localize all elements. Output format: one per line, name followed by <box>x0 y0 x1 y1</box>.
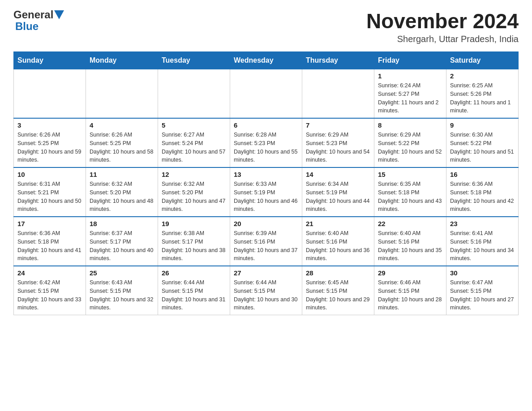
day-number: 3 <box>17 121 82 129</box>
calendar-cell: 19Sunrise: 6:38 AMSunset: 5:17 PMDayligh… <box>158 217 230 266</box>
calendar-cell <box>302 69 374 119</box>
calendar-cell: 30Sunrise: 6:47 AMSunset: 5:15 PMDayligh… <box>446 266 519 315</box>
calendar-cell <box>158 69 230 119</box>
page-title: November 2024 <box>366 9 519 33</box>
calendar-cell: 8Sunrise: 6:29 AMSunset: 5:22 PMDaylight… <box>374 118 446 167</box>
day-number: 30 <box>450 269 515 277</box>
column-header-friday: Friday <box>374 52 446 69</box>
column-header-thursday: Thursday <box>302 52 374 69</box>
calendar-header-row: SundayMondayTuesdayWednesdayThursdayFrid… <box>14 52 519 69</box>
day-number: 8 <box>378 121 442 129</box>
day-number: 11 <box>90 171 154 178</box>
day-info: Sunrise: 6:28 AMSunset: 5:23 PMDaylight:… <box>234 131 298 164</box>
day-number: 19 <box>162 220 226 227</box>
calendar-cell: 10Sunrise: 6:31 AMSunset: 5:21 PMDayligh… <box>14 167 86 217</box>
title-area: November 2024 Shergarh, Uttar Pradesh, I… <box>366 9 519 44</box>
day-info: Sunrise: 6:44 AMSunset: 5:15 PMDaylight:… <box>234 278 298 312</box>
calendar-week-row: 17Sunrise: 6:36 AMSunset: 5:18 PMDayligh… <box>14 217 519 266</box>
calendar-cell: 3Sunrise: 6:26 AMSunset: 5:25 PMDaylight… <box>14 118 86 167</box>
calendar-cell <box>230 69 302 119</box>
day-info: Sunrise: 6:47 AMSunset: 5:15 PMDaylight:… <box>450 278 515 312</box>
page-header: General Blue November 2024 Shergarh, Utt… <box>13 9 519 44</box>
calendar-cell: 12Sunrise: 6:32 AMSunset: 5:20 PMDayligh… <box>158 167 230 217</box>
day-number: 14 <box>306 171 370 178</box>
calendar-cell: 21Sunrise: 6:40 AMSunset: 5:16 PMDayligh… <box>302 217 374 266</box>
day-number: 24 <box>17 269 82 277</box>
day-info: Sunrise: 6:44 AMSunset: 5:15 PMDaylight:… <box>162 278 226 312</box>
day-info: Sunrise: 6:29 AMSunset: 5:22 PMDaylight:… <box>378 131 442 164</box>
day-info: Sunrise: 6:29 AMSunset: 5:23 PMDaylight:… <box>306 131 370 164</box>
day-number: 13 <box>234 171 298 178</box>
calendar-cell: 9Sunrise: 6:30 AMSunset: 5:22 PMDaylight… <box>446 118 519 167</box>
day-info: Sunrise: 6:32 AMSunset: 5:20 PMDaylight:… <box>162 180 226 214</box>
column-header-saturday: Saturday <box>446 52 519 69</box>
logo-general-text: General <box>13 9 53 21</box>
day-info: Sunrise: 6:26 AMSunset: 5:25 PMDaylight:… <box>90 131 154 164</box>
day-number: 1 <box>378 72 442 80</box>
calendar-cell: 7Sunrise: 6:29 AMSunset: 5:23 PMDaylight… <box>302 118 374 167</box>
day-number: 18 <box>90 220 154 227</box>
day-number: 6 <box>234 121 298 129</box>
calendar-cell: 18Sunrise: 6:37 AMSunset: 5:17 PMDayligh… <box>86 217 158 266</box>
day-info: Sunrise: 6:34 AMSunset: 5:19 PMDaylight:… <box>306 180 370 214</box>
day-number: 17 <box>17 220 82 227</box>
day-number: 26 <box>162 269 226 277</box>
day-info: Sunrise: 6:33 AMSunset: 5:19 PMDaylight:… <box>234 180 298 214</box>
calendar-cell: 14Sunrise: 6:34 AMSunset: 5:19 PMDayligh… <box>302 167 374 217</box>
page-subtitle: Shergarh, Uttar Pradesh, India <box>366 34 519 44</box>
calendar-cell: 29Sunrise: 6:46 AMSunset: 5:15 PMDayligh… <box>374 266 446 315</box>
day-info: Sunrise: 6:36 AMSunset: 5:18 PMDaylight:… <box>17 229 82 263</box>
calendar-cell: 4Sunrise: 6:26 AMSunset: 5:25 PMDaylight… <box>86 118 158 167</box>
calendar-cell: 20Sunrise: 6:39 AMSunset: 5:16 PMDayligh… <box>230 217 302 266</box>
day-number: 16 <box>450 171 515 178</box>
day-number: 15 <box>378 171 442 178</box>
day-info: Sunrise: 6:24 AMSunset: 5:27 PMDaylight:… <box>378 81 442 115</box>
day-info: Sunrise: 6:36 AMSunset: 5:18 PMDaylight:… <box>450 180 515 214</box>
day-info: Sunrise: 6:25 AMSunset: 5:26 PMDaylight:… <box>450 81 515 115</box>
day-info: Sunrise: 6:42 AMSunset: 5:15 PMDaylight:… <box>17 278 82 312</box>
day-info: Sunrise: 6:41 AMSunset: 5:16 PMDaylight:… <box>450 229 515 263</box>
calendar-week-row: 3Sunrise: 6:26 AMSunset: 5:25 PMDaylight… <box>14 118 519 167</box>
calendar-table: SundayMondayTuesdayWednesdayThursdayFrid… <box>13 51 519 315</box>
logo-triangle-icon <box>54 10 64 20</box>
column-header-sunday: Sunday <box>14 52 86 69</box>
day-info: Sunrise: 6:46 AMSunset: 5:15 PMDaylight:… <box>378 278 442 312</box>
calendar-cell: 13Sunrise: 6:33 AMSunset: 5:19 PMDayligh… <box>230 167 302 217</box>
calendar-cell: 17Sunrise: 6:36 AMSunset: 5:18 PMDayligh… <box>14 217 86 266</box>
column-header-wednesday: Wednesday <box>230 52 302 69</box>
day-info: Sunrise: 6:26 AMSunset: 5:25 PMDaylight:… <box>17 131 82 164</box>
day-info: Sunrise: 6:45 AMSunset: 5:15 PMDaylight:… <box>306 278 370 312</box>
calendar-cell <box>14 69 86 119</box>
day-info: Sunrise: 6:35 AMSunset: 5:18 PMDaylight:… <box>378 180 442 214</box>
calendar-cell: 27Sunrise: 6:44 AMSunset: 5:15 PMDayligh… <box>230 266 302 315</box>
day-number: 28 <box>306 269 370 277</box>
day-number: 23 <box>450 220 515 227</box>
day-number: 12 <box>162 171 226 178</box>
calendar-cell: 15Sunrise: 6:35 AMSunset: 5:18 PMDayligh… <box>374 167 446 217</box>
calendar-cell: 2Sunrise: 6:25 AMSunset: 5:26 PMDaylight… <box>446 69 519 119</box>
day-info: Sunrise: 6:27 AMSunset: 5:24 PMDaylight:… <box>162 131 226 164</box>
day-number: 22 <box>378 220 442 227</box>
calendar-week-row: 24Sunrise: 6:42 AMSunset: 5:15 PMDayligh… <box>14 266 519 315</box>
calendar-cell: 25Sunrise: 6:43 AMSunset: 5:15 PMDayligh… <box>86 266 158 315</box>
calendar-cell: 22Sunrise: 6:40 AMSunset: 5:16 PMDayligh… <box>374 217 446 266</box>
calendar-cell: 1Sunrise: 6:24 AMSunset: 5:27 PMDaylight… <box>374 69 446 119</box>
calendar-cell: 16Sunrise: 6:36 AMSunset: 5:18 PMDayligh… <box>446 167 519 217</box>
day-number: 2 <box>450 72 515 80</box>
day-info: Sunrise: 6:37 AMSunset: 5:17 PMDaylight:… <box>90 229 154 263</box>
day-info: Sunrise: 6:39 AMSunset: 5:16 PMDaylight:… <box>234 229 298 263</box>
day-info: Sunrise: 6:43 AMSunset: 5:15 PMDaylight:… <box>90 278 154 312</box>
day-number: 10 <box>17 171 82 178</box>
calendar-cell: 24Sunrise: 6:42 AMSunset: 5:15 PMDayligh… <box>14 266 86 315</box>
day-info: Sunrise: 6:31 AMSunset: 5:21 PMDaylight:… <box>17 180 82 214</box>
logo-blue-text: Blue <box>15 20 39 32</box>
day-number: 20 <box>234 220 298 227</box>
day-number: 7 <box>306 121 370 129</box>
day-number: 25 <box>90 269 154 277</box>
day-info: Sunrise: 6:40 AMSunset: 5:16 PMDaylight:… <box>378 229 442 263</box>
day-number: 4 <box>90 121 154 129</box>
column-header-tuesday: Tuesday <box>158 52 230 69</box>
day-number: 9 <box>450 121 515 129</box>
day-number: 29 <box>378 269 442 277</box>
day-info: Sunrise: 6:40 AMSunset: 5:16 PMDaylight:… <box>306 229 370 263</box>
